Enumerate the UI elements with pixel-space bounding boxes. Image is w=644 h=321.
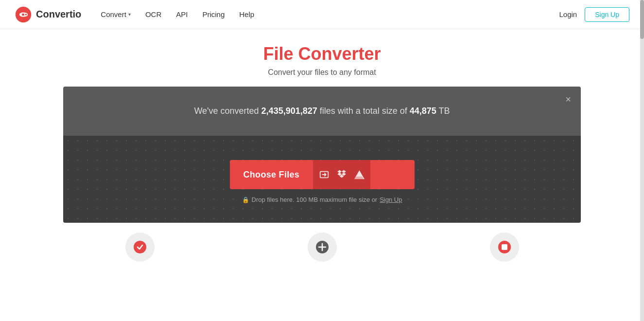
hero-subtitle: Convert your files to any format [0,68,644,77]
page-title: File Converter [0,44,644,64]
choose-files-button[interactable]: Choose Files [230,160,313,189]
svg-point-0 [16,6,31,22]
dropbox-icon[interactable] [336,169,347,180]
choose-files-area: Choose Files [230,160,415,189]
nav-ocr[interactable]: OCR [145,10,161,18]
stats-count: 2,435,901,827 [261,106,317,116]
nav-pricing[interactable]: Pricing [202,10,225,18]
google-drive-icon[interactable] [354,169,365,180]
svg-point-2 [25,13,27,16]
bottom-icon-2 [308,232,337,262]
upload-area: Choose Files [63,136,581,223]
bottom-icon-1 [125,232,155,262]
stats-text: We've converted 2,435,901,827 files with… [73,106,571,116]
nav-help[interactable]: Help [239,10,254,18]
logo-link[interactable]: Convertio [15,6,81,23]
svg-point-1 [19,13,22,16]
login-link[interactable]: Login [559,10,577,18]
file-source-icons [313,160,370,189]
converter-top: × We've converted 2,435,901,827 files wi… [63,87,581,136]
logo-text: Convertio [36,9,81,20]
url-upload-icon[interactable] [319,169,330,180]
drop-hint: 🔒 Drop files here. 100 MB maximum file s… [73,196,571,203]
nav-api[interactable]: API [176,10,188,18]
nav-links: Convert ▾ OCR API Pricing Help [101,10,559,18]
scrollbar-thumb[interactable] [640,0,644,39]
close-button[interactable]: × [565,94,571,104]
logo-icon [15,6,32,23]
signup-button[interactable]: Sign Up [585,7,629,22]
navbar: Convertio Convert ▾ OCR API Pricing Help… [0,0,644,29]
svg-rect-7 [502,244,507,250]
svg-point-4 [134,241,146,253]
nav-right: Login Sign Up [559,7,629,22]
converter-container: × We've converted 2,435,901,827 files wi… [63,87,581,223]
bottom-icon-3 [490,232,519,262]
bottom-circle-icon-2 [308,232,337,262]
nav-convert[interactable]: Convert ▾ [101,10,131,18]
hero-section: File Converter Convert your files to any… [0,29,644,87]
chevron-down-icon: ▾ [128,12,131,17]
bottom-circle-icon-3 [490,232,519,262]
lock-icon: 🔒 [242,196,249,203]
scrollbar-track[interactable] [640,0,644,321]
bottom-circle-icon-1 [125,232,155,262]
drop-hint-signup-link[interactable]: Sign Up [380,196,402,203]
bottom-icons-row [0,223,644,262]
stats-size: 44,875 [410,106,436,116]
